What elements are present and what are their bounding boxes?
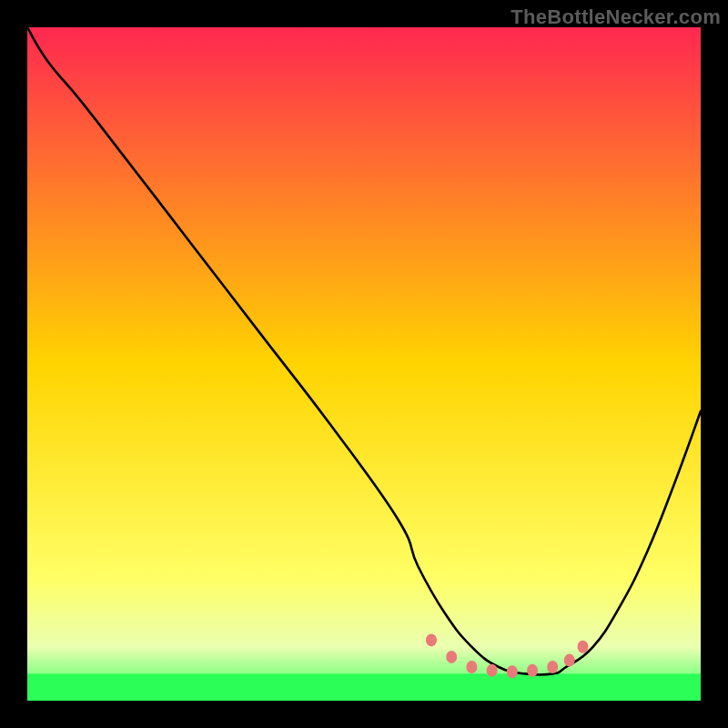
marker-dot — [487, 664, 498, 677]
marker-dot — [446, 651, 457, 663]
marker-dot — [426, 633, 437, 646]
attribution-text: TheBottleNecker.com — [511, 5, 721, 29]
chart-frame: TheBottleNecker.com — [0, 0, 728, 728]
optimal-range-markers — [426, 633, 589, 678]
marker-dot — [564, 654, 575, 667]
plot-area — [27, 27, 701, 701]
marker-dot — [527, 664, 538, 677]
marker-dot — [578, 641, 589, 653]
marker-dot — [507, 665, 518, 678]
marker-dot — [547, 661, 558, 673]
curve-layer — [27, 27, 701, 701]
marker-dot — [466, 661, 477, 673]
green-zone — [27, 673, 701, 701]
bottleneck-curve — [27, 27, 701, 675]
